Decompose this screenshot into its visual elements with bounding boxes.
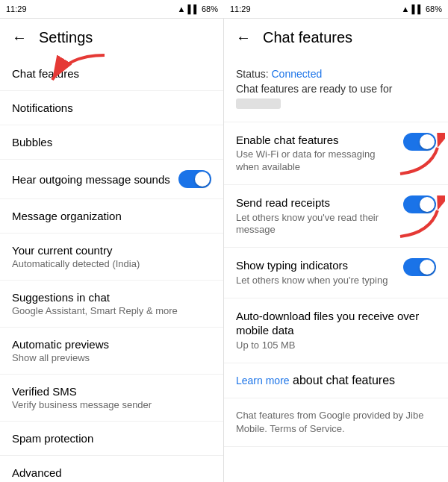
signal-icon: ▌▌ bbox=[187, 4, 199, 13]
status-value: Connected bbox=[271, 68, 322, 80]
read-receipts-subtitle: Let others know you've read their messag… bbox=[236, 212, 397, 237]
hear-sounds-toggle[interactable] bbox=[178, 170, 211, 188]
country-title: Your current country bbox=[12, 244, 211, 257]
enable-subtitle: Use Wi-Fi or data for messaging when ava… bbox=[236, 148, 397, 174]
status-blur bbox=[236, 98, 281, 109]
typing-subtitle: Let others know when you're typing bbox=[236, 275, 397, 287]
left-panel-title: Settings bbox=[39, 29, 93, 46]
red-arrow-right-1 bbox=[393, 133, 445, 181]
settings-item-spam[interactable]: Spam protection bbox=[0, 422, 223, 456]
settings-item-country[interactable]: Your current country Automatically detec… bbox=[0, 234, 223, 281]
auto-download-title: Auto-download files you receive over mob… bbox=[236, 309, 436, 338]
settings-item-message-org[interactable]: Message organization bbox=[0, 199, 223, 234]
right-panel-title: Chat features bbox=[263, 29, 352, 46]
typing-toggle[interactable] bbox=[403, 258, 436, 276]
cf-read-receipts-text: Send read receipts Let others know you'v… bbox=[236, 195, 397, 237]
settings-item-verified-sms[interactable]: Verified SMS Verify business message sen… bbox=[0, 375, 223, 422]
cf-footer-section: Chat features from Google provided by Ji… bbox=[224, 398, 448, 447]
status-bars: 11:29 ▲ ▌▌ 68% 11:29 ▲ ▌▌ 68% bbox=[0, 0, 448, 18]
cf-status-section: Status: Connected Chat features are read… bbox=[224, 57, 448, 122]
settings-item-suggestions[interactable]: Suggestions in chat Google Assistant, Sm… bbox=[0, 281, 223, 328]
spam-title: Spam protection bbox=[12, 432, 211, 445]
country-subtitle: Automatically detected (India) bbox=[12, 258, 211, 269]
settings-item-advanced[interactable]: Advanced bbox=[0, 456, 223, 482]
hear-sounds-title: Hear outgoing message sounds bbox=[12, 173, 170, 186]
settings-item-bubbles[interactable]: Bubbles bbox=[0, 125, 223, 160]
settings-item-notifications[interactable]: Notifications bbox=[0, 91, 223, 125]
right-panel: ← Chat features Status: Connected Chat f… bbox=[224, 19, 448, 482]
auto-previews-title: Automatic previews bbox=[12, 338, 211, 351]
right-header: ← Chat features bbox=[224, 19, 448, 57]
verified-sms-subtitle: Verify business message sender bbox=[12, 399, 211, 410]
left-panel: ← Settings Chat features Notifications B… bbox=[0, 19, 224, 482]
left-time: 11:29 bbox=[6, 4, 27, 13]
cf-learn-more-section: Learn more about chat features bbox=[224, 363, 448, 398]
battery-left: 68% bbox=[202, 4, 218, 13]
wifi-icon-r: ▲ bbox=[401, 4, 409, 13]
cf-status-text: Status: Connected Chat features are read… bbox=[236, 67, 436, 111]
left-status-bar: 11:29 ▲ ▌▌ 68% bbox=[0, 0, 224, 18]
cf-typing-section: Show typing indicators Let others know w… bbox=[224, 248, 448, 298]
settings-list: Chat features Notifications Bubbles Hear… bbox=[0, 57, 223, 482]
typing-title: Show typing indicators bbox=[236, 258, 397, 273]
enable-title: Enable chat features bbox=[236, 133, 397, 148]
status-desc: Chat features are ready to use for bbox=[236, 83, 392, 95]
cf-enable-text: Enable chat features Use Wi-Fi or data f… bbox=[236, 133, 397, 174]
main-panels: ← Settings Chat features Notifications B… bbox=[0, 18, 448, 482]
learn-more-link[interactable]: Learn more bbox=[236, 375, 290, 386]
battery-right: 68% bbox=[426, 4, 442, 13]
signal-icon-r: ▌▌ bbox=[411, 4, 423, 13]
settings-item-chat-features[interactable]: Chat features bbox=[0, 57, 223, 91]
learn-more-suffix: about chat features bbox=[290, 374, 395, 386]
left-header: ← Settings bbox=[0, 19, 223, 57]
cf-auto-download-section[interactable]: Auto-download files you receive over mob… bbox=[224, 298, 448, 363]
cf-typing-text: Show typing indicators Let others know w… bbox=[236, 258, 397, 287]
advanced-title: Advanced bbox=[12, 466, 211, 479]
right-time: 11:29 bbox=[230, 4, 251, 13]
wifi-icon: ▲ bbox=[177, 4, 185, 13]
auto-previews-subtitle: Show all previews bbox=[12, 352, 211, 363]
red-arrow-right-2 bbox=[393, 195, 445, 243]
left-back-button[interactable]: ← bbox=[12, 29, 27, 46]
left-status-icons: ▲ ▌▌ 68% bbox=[177, 4, 218, 13]
chat-features-title: Chat features bbox=[12, 67, 211, 80]
read-receipts-title: Send read receipts bbox=[236, 195, 397, 210]
suggestions-subtitle: Google Assistant, Smart Reply & more bbox=[12, 305, 211, 316]
right-back-button[interactable]: ← bbox=[236, 29, 251, 46]
notifications-title: Notifications bbox=[12, 101, 211, 114]
bubbles-title: Bubbles bbox=[12, 136, 211, 148]
status-label: Status: bbox=[236, 68, 269, 80]
settings-item-hear-sounds[interactable]: Hear outgoing message sounds bbox=[0, 160, 223, 199]
cf-footer-text: Chat features from Google provided by Ji… bbox=[236, 409, 436, 436]
message-org-title: Message organization bbox=[12, 210, 211, 222]
right-status-bar: 11:29 ▲ ▌▌ 68% bbox=[224, 0, 448, 18]
chat-features-content: Status: Connected Chat features are read… bbox=[224, 57, 448, 447]
settings-item-auto-previews[interactable]: Automatic previews Show all previews bbox=[0, 328, 223, 375]
verified-sms-title: Verified SMS bbox=[12, 385, 211, 398]
right-status-icons: ▲ ▌▌ 68% bbox=[401, 4, 442, 13]
auto-download-subtitle: Up to 105 MB bbox=[236, 339, 436, 352]
suggestions-title: Suggestions in chat bbox=[12, 291, 211, 304]
